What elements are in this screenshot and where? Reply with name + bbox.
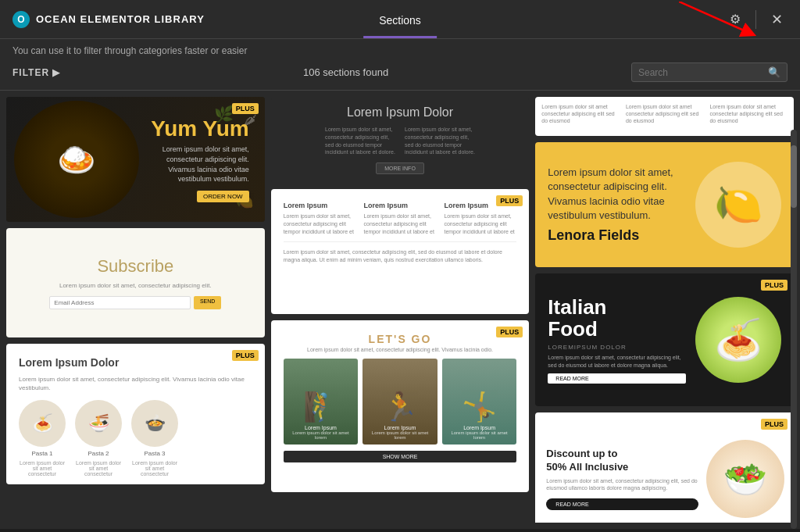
grid-col-3: Lorem ipsum dolor sit amet consectetur a…	[535, 97, 794, 523]
card-lorem-dark[interactable]: Lorem Ipsum Dolor Lorem ipsum dolor sit …	[271, 97, 530, 183]
lets-go-header: LET'S GO Lorem ipsum dolor sit amet, con…	[284, 333, 517, 352]
lorem-dark-more-btn[interactable]: MORE INFO	[376, 162, 424, 174]
search-input[interactable]	[638, 67, 768, 78]
header-divider	[755, 10, 756, 29]
italian-text: ItalianFood LOREMIPSUM DOLOR Lorem ipsum…	[548, 296, 686, 384]
three-col-2: Lorem Ipsum Lorem ipsum dolor sit amet, …	[364, 202, 437, 235]
food-emoji: 🍛	[57, 141, 96, 178]
yumyum-title: Yum Yum	[148, 116, 249, 141]
hiker-icon-3: 🤸	[462, 391, 497, 423]
header-tabs: Sections	[363, 3, 437, 38]
header-logo: O OCEAN ELEMENTOR LIBRARY	[12, 11, 205, 28]
img-label-3: Lorem Ipsum	[463, 425, 495, 430]
yellow-food-subtitle: Lorem ipsum dolor sit amet, consectetur …	[548, 166, 695, 223]
logo-icon: O	[12, 11, 30, 28]
subscribe-title: Subscribe	[97, 256, 173, 277]
main-grid: 🍛 🌿 🌶 🍋 Yum Yum Lorem ipsum dolor sit am…	[0, 91, 800, 529]
three-col-text-2: Lorem ipsum dolor sit amet, consectetur …	[364, 212, 437, 235]
pasta-label-3: Pasta 3	[144, 450, 165, 457]
partial-col-1: Lorem ipsum dolor sit amet consectetur a…	[541, 103, 620, 124]
pasta-img-2: 🍜	[75, 400, 122, 447]
subheader: You can use it to filter through categor…	[0, 39, 800, 91]
search-icon: 🔍	[768, 66, 780, 78]
tab-sections[interactable]: Sections	[363, 3, 437, 38]
yumyum-text-block: Yum Yum Lorem ipsum dolor sit amet, cons…	[148, 116, 249, 202]
pasta-item-3: 🍲 Pasta 3 Lorem ipsum dolor sit amet con…	[131, 400, 178, 477]
lorem-dark-title: Lorem Ipsum Dolor	[347, 105, 453, 120]
three-cols-top: Lorem Ipsum Lorem ipsum dolor sit amet, …	[284, 202, 517, 235]
three-col-1: Lorem Ipsum Lorem ipsum dolor sit amet, …	[284, 202, 356, 235]
card-lorem-pasta[interactable]: PLUS Lorem Ipsum Dolor Lorem ipsum dolor…	[6, 344, 265, 484]
grid-col-2: Lorem Ipsum Dolor Lorem ipsum dolor sit …	[271, 97, 530, 523]
italian-btn[interactable]: READ MORE	[548, 373, 686, 384]
italian-subtitle: LOREMIPSUM DOLOR	[548, 344, 686, 351]
pasta-text-3: Lorem ipsum dolor sit amet consectetur	[131, 460, 178, 477]
lets-go-img-3: 🤸 Lorem Ipsum Lorem ipsum dolor sit amet…	[442, 359, 517, 445]
discount-text: Discount up to50% All Inclusive Lorem ip…	[546, 448, 698, 510]
three-col-3: Lorem Ipsum Lorem ipsum dolor sit amet, …	[444, 202, 516, 235]
settings-icon-btn[interactable]: ⚙	[724, 9, 746, 30]
plus-badge-lets-go: PLUS	[496, 327, 523, 337]
pasta-text-1: Lorem ipsum dolor sit amet consectetur	[19, 460, 66, 477]
hiker-icon-2: 🏃	[383, 391, 418, 423]
filter-row: FILTER ▶ 106 sections found 🔍	[12, 62, 788, 82]
lets-go-images: 🧗 Lorem Ipsum Lorem ipsum dolor sit amet…	[284, 359, 517, 445]
card-lets-go[interactable]: PLUS LET'S GO Lorem ipsum dolor sit amet…	[271, 320, 530, 492]
app-title: OCEAN ELEMENTOR LIBRARY	[36, 13, 205, 25]
pasta-img-1: 🍝	[19, 400, 66, 447]
img-text-1: Lorem ipsum dolor sit amet lorem	[288, 430, 354, 440]
lorem-pasta-sub: Lorem ipsum dolor sit amet, consectetur …	[19, 375, 252, 392]
scrollbar[interactable]	[791, 130, 797, 529]
discount-btn[interactable]: READ MORE	[546, 498, 698, 510]
img-text-3: Lorem ipsum dolor sit amet lorem	[447, 430, 512, 440]
plus-badge-pasta: PLUS	[232, 350, 259, 361]
show-more-btn[interactable]: SHOW MORE	[284, 451, 517, 462]
lets-go-subtitle: Lorem ipsum dolor sit amet, consectetur …	[284, 347, 517, 352]
lets-go-title: LET'S GO	[284, 333, 517, 345]
lorem-pasta-title: Lorem Ipsum Dolor	[19, 356, 252, 369]
pasta-item-1: 🍝 Pasta 1 Lorem ipsum dolor sit amet con…	[19, 400, 66, 477]
img-label-2: Lorem Ipsum	[384, 425, 416, 430]
img-text-2: Lorem ipsum dolor sit amet lorem	[367, 430, 433, 440]
card-italian-food[interactable]: PLUS ItalianFood LOREMIPSUM DOLOR Lorem …	[535, 273, 794, 406]
partial-col-2: Lorem ipsum dolor sit amet consectetur a…	[626, 103, 704, 124]
hiker-icon-1: 🧗	[303, 391, 338, 423]
card-discount[interactable]: PLUS Discount up to50% All Inclusive Lor…	[535, 412, 794, 523]
close-icon: ✕	[771, 11, 783, 28]
italian-desc: Lorem ipsum dolor sit amet, consectetur …	[548, 354, 686, 370]
lorem-dark-cols: Lorem ipsum dolor sit amet, consectetur …	[325, 126, 475, 156]
scrollbar-thumb[interactable]	[791, 145, 797, 208]
subscribe-btn[interactable]: SEND	[194, 296, 221, 309]
discount-title: Discount up to50% All Inclusive	[546, 448, 698, 474]
food-image: 🍛	[14, 101, 139, 218]
yumyum-btn[interactable]: ORDER NOW	[197, 191, 249, 202]
chevron-right-icon: ▶	[52, 67, 60, 78]
pasta-label-1: Pasta 1	[31, 450, 52, 457]
card-yumyum[interactable]: 🍛 🌿 🌶 🍋 Yum Yum Lorem ipsum dolor sit am…	[6, 97, 265, 222]
grid-col-1: 🍛 🌿 🌶 🍋 Yum Yum Lorem ipsum dolor sit am…	[6, 97, 265, 523]
italian-food-image: 🍝	[695, 297, 781, 383]
card-partial-top[interactable]: Lorem ipsum dolor sit amet consectetur a…	[535, 97, 794, 136]
close-button[interactable]: ✕	[766, 9, 788, 30]
lorem-dark-col-2: Lorem ipsum dolor sit amet, consectetur …	[405, 126, 475, 156]
filter-button[interactable]: FILTER ▶	[12, 67, 60, 78]
header-actions: ⚙ ✕	[724, 9, 788, 30]
card-three-cols[interactable]: PLUS Lorem Ipsum Lorem ipsum dolor sit a…	[271, 189, 530, 314]
subscribe-subtitle: Lorem ipsum dolor sit amet, consectetur …	[59, 281, 212, 290]
pasta-img-3: 🍲	[131, 400, 178, 447]
card-subscribe[interactable]: Subscribe Lorem ipsum dolor sit amet, co…	[6, 228, 265, 337]
three-col-divider	[284, 241, 517, 242]
yellow-food-text: Lorem ipsum dolor sit amet, consectetur …	[548, 166, 695, 244]
pasta-item-2: 🍜 Pasta 2 Lorem ipsum dolor sit amet con…	[75, 400, 122, 477]
card-yellow-food[interactable]: Lorem ipsum dolor sit amet, consectetur …	[535, 142, 794, 267]
pasta-label-2: Pasta 2	[88, 450, 109, 457]
lets-go-img-1: 🧗 Lorem Ipsum Lorem ipsum dolor sit amet…	[284, 359, 359, 445]
filter-tip: You can use it to filter through categor…	[12, 45, 788, 56]
discount-food-image: 🥗	[706, 440, 784, 518]
plus-badge: PLUS	[232, 103, 259, 114]
lets-go-img-2: 🏃 Lorem Ipsum Lorem ipsum dolor sit amet…	[362, 359, 438, 445]
pasta-text-2: Lorem ipsum dolor sit amet consectetur	[75, 460, 122, 477]
subscribe-email-input[interactable]	[49, 296, 191, 309]
sections-count: 106 sections found	[66, 66, 625, 78]
partial-col-3: Lorem ipsum dolor sit amet consectetur a…	[709, 103, 788, 124]
